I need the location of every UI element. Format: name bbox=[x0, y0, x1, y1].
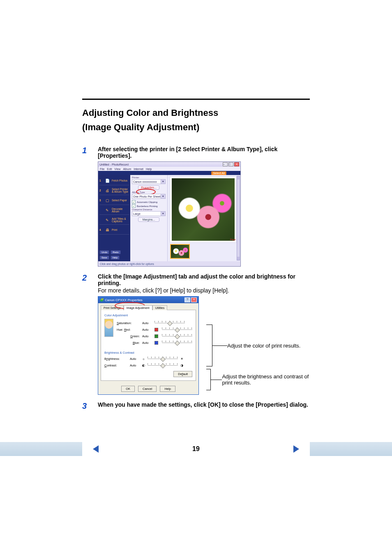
properties-title: Canon CPXXX Properties bbox=[105, 298, 143, 302]
printer-select[interactable]: Canon xxxxxxxxxx ▾ bbox=[132, 179, 166, 184]
leader-line bbox=[212, 345, 227, 346]
menu-view[interactable]: View bbox=[114, 168, 120, 170]
default-button[interactable]: Default bbox=[173, 371, 192, 377]
step-2-number: 2 bbox=[82, 273, 90, 395]
green-slider[interactable] bbox=[162, 334, 192, 339]
titles-icon: ✎ bbox=[104, 217, 111, 223]
tab-image-adjustment[interactable]: Image Adjustment bbox=[124, 305, 152, 310]
minimize-icon[interactable]: – bbox=[223, 162, 228, 166]
sidebar-fetch-photos[interactable]: 1 📄 Fetch Photos bbox=[99, 177, 129, 185]
help-button-side[interactable]: Help bbox=[111, 256, 120, 260]
sun-dim-icon: ☼ bbox=[142, 357, 145, 361]
scroll-down-icon[interactable] bbox=[237, 257, 240, 260]
menu-help[interactable]: Help bbox=[146, 168, 152, 170]
step-1: 1 After selecting the printer in [2 Sele… bbox=[82, 146, 310, 267]
sample-photo bbox=[104, 319, 113, 337]
chevron-down-icon[interactable]: ▾ bbox=[161, 180, 165, 184]
menu-album[interactable]: Album bbox=[123, 168, 131, 170]
window-titlebar: Untitled - PhotoRecord – □ × bbox=[98, 162, 240, 167]
step-1-text: After selecting the printer in [2 Select… bbox=[98, 146, 310, 159]
decorate-icon: ✎ bbox=[104, 207, 111, 214]
center-panel: Printer Canon xxxxxxxxxx ▾ Properties...… bbox=[130, 175, 167, 261]
brightness-slider[interactable] bbox=[148, 356, 178, 361]
close-icon[interactable]: × bbox=[234, 162, 239, 166]
vertical-scrollbar[interactable] bbox=[237, 176, 240, 260]
maximize-icon[interactable]: □ bbox=[228, 162, 233, 166]
help-button[interactable]: Help bbox=[160, 386, 175, 392]
callout-color: Adjust the color of print results. bbox=[227, 343, 300, 349]
step-2-text: Click the [Image Adjustment] tab and adj… bbox=[98, 273, 310, 286]
prev-page-icon[interactable] bbox=[93, 445, 99, 453]
print-icon: 🖶 bbox=[104, 227, 111, 233]
cancel-button[interactable]: Cancel bbox=[138, 386, 157, 392]
close-icon[interactable]: × bbox=[191, 297, 197, 302]
preview-photo bbox=[170, 177, 236, 242]
album-type-label: Album Type bbox=[132, 191, 166, 193]
sidebar-select-paper[interactable]: 3 ▢ Select Paper bbox=[99, 196, 129, 205]
sidebar-print[interactable]: 4 🖶 Print bbox=[99, 226, 129, 235]
footer-edge-left bbox=[0, 442, 82, 456]
menu-edit[interactable]: Edit bbox=[107, 168, 112, 170]
status-bar: Click and drag photos or right-click for… bbox=[98, 261, 240, 266]
ok-button[interactable]: OK bbox=[121, 386, 135, 392]
step-3: 3 When you have made the settings, click… bbox=[82, 401, 310, 411]
properties-panel: Color Adjustment Saturation: Auto bbox=[101, 310, 196, 381]
margins-button[interactable]: Margins... bbox=[138, 217, 159, 222]
row-contrast: Contrast: Auto ◐ ◑ bbox=[104, 363, 192, 368]
step-2-subtext: For more details, click [?] or [Help] to… bbox=[98, 287, 310, 294]
callout-brightness: Adjust the brightness and contrast of pr… bbox=[222, 373, 310, 386]
undo-button[interactable]: Undo bbox=[99, 250, 109, 254]
group-color-title: Color Adjustment bbox=[104, 313, 192, 317]
dialog-buttons: OK Cancel Help bbox=[98, 383, 198, 394]
heading-rule bbox=[82, 99, 310, 100]
page-footer: 19 bbox=[0, 442, 392, 456]
redo-button[interactable]: Redo bbox=[111, 250, 120, 254]
red-slider[interactable] bbox=[162, 327, 192, 332]
tab-row: Print Settings Image Adjustment Utilitie… bbox=[98, 303, 198, 310]
tab-utilities[interactable]: Utilities bbox=[152, 305, 168, 310]
overprint-label: Overprint Distance bbox=[132, 208, 166, 211]
group-brightness-title: Brightness & Contrast bbox=[104, 351, 192, 355]
automatic-clipping-checkbox[interactable]: ✓Automatic Clipping bbox=[132, 200, 166, 204]
row-hue-red: Hue: Red: Auto bbox=[117, 327, 192, 332]
step-3-text: When you have made the settings, click [… bbox=[98, 401, 310, 408]
page-number: 19 bbox=[192, 445, 200, 453]
row-hue-blue: Blue: Auto bbox=[117, 340, 192, 345]
printer-label: Printer bbox=[132, 176, 166, 179]
window-title: Untitled - PhotoRecord bbox=[99, 163, 129, 166]
menu-file[interactable]: File bbox=[100, 168, 104, 170]
red-marker-icon bbox=[154, 328, 158, 332]
tab-print-settings[interactable]: Print Settings bbox=[101, 305, 124, 310]
chevron-down-icon[interactable]: ▾ bbox=[161, 194, 165, 198]
next-page-icon[interactable] bbox=[293, 445, 299, 453]
contrast-high-icon: ◑ bbox=[180, 364, 183, 367]
help-icon[interactable]: ? bbox=[184, 297, 190, 302]
page-title-line1: Adjusting Color and Brightness bbox=[82, 106, 310, 120]
step-1-number: 1 bbox=[82, 146, 90, 267]
menu-bar: File Edit View Album Internet Help bbox=[98, 167, 240, 171]
properties-titlebar: 🧩 Canon CPXXX Properties ? × bbox=[98, 297, 198, 303]
page-title-line2: (Image Quality Adjustment) bbox=[82, 120, 310, 134]
borderless-checkbox[interactable]: ✓Borderless Printing bbox=[132, 204, 166, 208]
leader-line bbox=[211, 380, 222, 380]
sidebar-add-titles[interactable]: ✎ Add Titles & Captions bbox=[99, 216, 129, 225]
scroll-up-icon[interactable] bbox=[237, 176, 240, 180]
album-type-select[interactable]: One Photo Per Sheet ▾ bbox=[132, 194, 166, 199]
menu-internet[interactable]: Internet bbox=[134, 168, 143, 170]
overprint-select[interactable]: Large ▾ bbox=[132, 211, 166, 216]
screenshot-photorecord: Untitled - PhotoRecord – □ × File Edit V… bbox=[98, 161, 241, 267]
blue-marker-icon bbox=[154, 341, 158, 345]
blue-slider[interactable] bbox=[162, 340, 192, 345]
properties-button[interactable]: Properties... bbox=[138, 185, 159, 190]
thumbnail[interactable] bbox=[170, 244, 190, 259]
sidebar: 1 📄 Fetch Photos 2 🖨 Select Printer & Al… bbox=[98, 175, 130, 261]
sidebar-decorate[interactable]: ✎ Decorate Album bbox=[99, 206, 129, 215]
contrast-slider[interactable] bbox=[148, 363, 178, 368]
step-3-number: 3 bbox=[82, 401, 90, 411]
bracket-icon bbox=[206, 369, 211, 390]
sun-bright-icon: ☀ bbox=[180, 357, 183, 361]
chevron-down-icon[interactable]: ▾ bbox=[161, 212, 165, 216]
saturation-slider[interactable] bbox=[154, 320, 185, 325]
sidebar-select-printer[interactable]: 2 🖨 Select Printer & Album Type bbox=[99, 187, 129, 195]
save-button[interactable]: Save bbox=[99, 256, 109, 260]
